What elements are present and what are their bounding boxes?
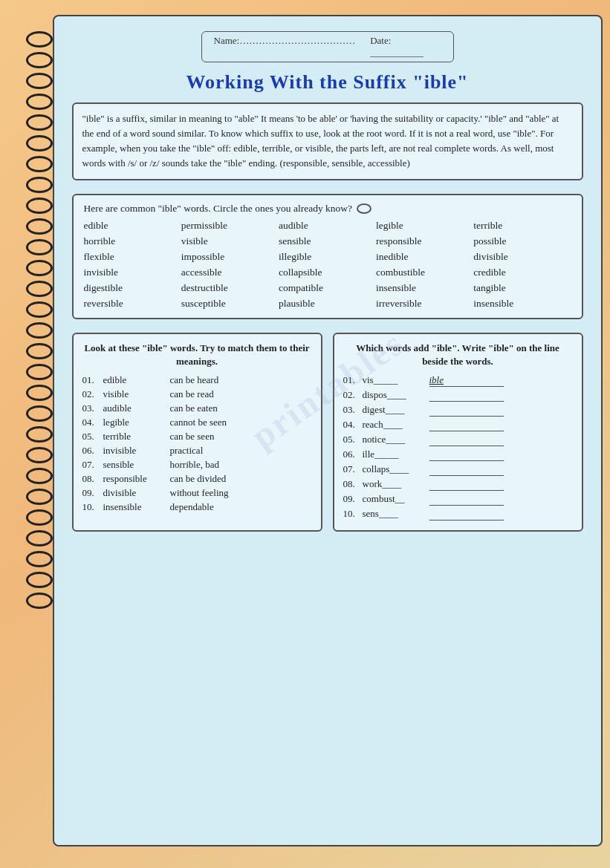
list-item: 10. insensible dependable [82, 501, 312, 513]
write-stem: collaps____ [363, 463, 429, 475]
spiral [26, 572, 53, 588]
list-item: 05. terrible can be seen [82, 431, 312, 443]
match-meaning: cannot be seen [170, 417, 227, 428]
match-word: divisible [103, 487, 170, 499]
write-answer: ible [429, 374, 504, 387]
match-meaning: can be seen [170, 431, 215, 443]
words-header-text: Here are common "ible" words. Circle the… [84, 203, 353, 215]
match-meaning: without feeling [170, 487, 229, 499]
words-header: Here are common "ible" words. Circle the… [84, 203, 571, 215]
write-answer-blank [429, 448, 504, 461]
spiral [26, 322, 53, 339]
match-box: Look at these "ible" words. Try to match… [72, 333, 322, 532]
date-label: Date: ___________ [370, 35, 441, 59]
spiral [26, 343, 53, 359]
match-title: Look at these "ible" words. Try to match… [82, 342, 312, 368]
name-label: Name:……………………………… [214, 35, 356, 59]
list-item: plausible [279, 297, 376, 310]
match-word: insensible [103, 501, 170, 513]
list-item: 01. edible can be heard [82, 374, 312, 386]
write-num: 01. [343, 374, 363, 386]
list-item: flexible [84, 250, 181, 264]
write-answer-blank [429, 493, 504, 506]
spiral [26, 156, 53, 172]
spiral [26, 489, 53, 505]
list-item: accessible [181, 266, 279, 279]
match-word: visible [103, 388, 170, 400]
spiral [26, 364, 53, 380]
match-meaning: horrible, bad [170, 459, 219, 471]
spiral [26, 551, 53, 567]
match-word: sensible [103, 459, 170, 471]
match-meaning: dependable [170, 501, 214, 513]
write-stem: digest____ [363, 404, 429, 416]
write-answer-blank [429, 389, 504, 402]
write-answer-blank [429, 478, 504, 491]
list-item: 10. sens____ [343, 508, 573, 521]
list-item: 06. ille_____ [343, 448, 573, 461]
match-meaning: can be eaten [170, 402, 218, 414]
list-item: responsible [376, 235, 473, 248]
list-item: terrible [473, 219, 571, 232]
list-item: 02. visible can be read [82, 388, 312, 400]
list-item: 08. work____ [343, 478, 573, 491]
write-num: 10. [343, 508, 363, 520]
write-stem: dispos____ [363, 389, 429, 401]
bottom-section: Look at these "ible" words. Try to match… [72, 333, 583, 532]
spiral [26, 31, 53, 48]
match-word: terrible [103, 431, 170, 443]
list-item: irreversible [376, 297, 473, 310]
write-num: 06. [343, 448, 363, 460]
list-item: 05. notice____ [343, 434, 573, 446]
write-answer-blank [429, 508, 504, 521]
match-num: 04. [82, 417, 103, 428]
write-answer-blank [429, 419, 504, 431]
match-list: 01. edible can be heard 02. visible can … [82, 374, 312, 513]
write-num: 05. [343, 434, 363, 446]
match-word: responsible [103, 473, 170, 485]
spiral [26, 301, 53, 318]
spiral [26, 260, 53, 276]
write-num: 07. [343, 463, 363, 475]
match-num: 06. [82, 445, 103, 457]
write-list: 01. vis_____ ible 02. dispos____ 03. dig… [343, 374, 573, 521]
list-item: horrible [84, 235, 181, 248]
match-word: edible [103, 374, 170, 386]
list-item: 07. collaps____ [343, 463, 573, 476]
list-item: impossible [181, 250, 279, 264]
write-stem: combust__ [363, 493, 429, 505]
words-grid: ediblepermissibleaudiblelegibleterribleh… [84, 219, 571, 310]
list-item: audible [279, 219, 376, 232]
match-word: invisible [103, 445, 170, 457]
list-item: sensible [279, 235, 376, 248]
write-stem: sens____ [363, 508, 429, 520]
list-item: invisible [84, 266, 181, 279]
list-item: insensible [376, 281, 473, 295]
spiral [26, 447, 53, 463]
list-item: 03. audible can be eaten [82, 402, 312, 414]
match-num: 09. [82, 487, 103, 499]
list-item: inedible [376, 250, 473, 264]
notebook: printables Name:……………………………… Date: _____… [53, 15, 603, 846]
spiral [26, 426, 53, 443]
spiral [26, 94, 53, 110]
spiral [26, 593, 53, 609]
match-meaning: practical [170, 445, 204, 457]
spiral [26, 198, 53, 214]
write-title: Which words add "ible". Write "ible" on … [343, 342, 573, 368]
list-item: reversible [84, 297, 181, 310]
match-num: 08. [82, 473, 103, 485]
match-num: 05. [82, 431, 103, 443]
match-num: 02. [82, 388, 103, 400]
name-date-box: Name:……………………………… Date: ___________ [201, 31, 454, 62]
list-item: 03. digest____ [343, 404, 573, 417]
spiral-binding [26, 31, 56, 609]
list-item: divisible [473, 250, 571, 264]
list-item: 07. sensible horrible, bad [82, 459, 312, 471]
list-item: digestible [84, 281, 181, 295]
match-meaning: can be read [170, 388, 214, 400]
list-item: 09. divisible without feeling [82, 487, 312, 499]
write-stem: ille_____ [363, 448, 429, 460]
spiral [26, 468, 53, 484]
write-num: 08. [343, 478, 363, 490]
